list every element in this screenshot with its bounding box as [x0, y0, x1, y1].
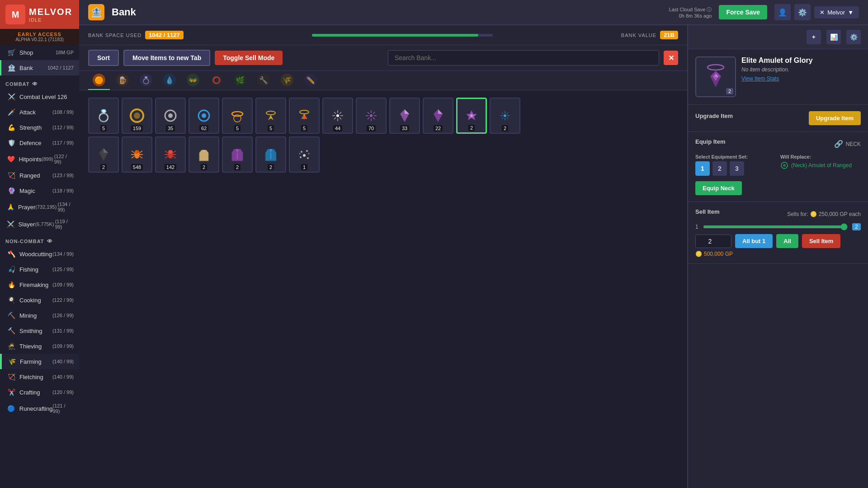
- sell-all-but-1-button[interactable]: All but 1: [735, 234, 773, 248]
- bank-tab-5[interactable]: ⭕: [206, 71, 227, 90]
- bank-item-halo1[interactable]: 5: [222, 98, 253, 134]
- topbar-user-icon-btn[interactable]: 👤: [774, 4, 791, 20]
- view-item-stats-link[interactable]: View Item Stats: [741, 75, 861, 82]
- bank-tab-0[interactable]: 🟠: [88, 71, 110, 90]
- move-items-button[interactable]: Move Items to new Tab: [123, 50, 210, 66]
- sidebar-item-fletching[interactable]: 🏹 Fletching (140 / 99): [0, 369, 79, 385]
- bank-tab-6[interactable]: 🌿: [229, 71, 251, 90]
- bank-tab-9[interactable]: ✏️: [300, 71, 321, 90]
- sidebar-item-hitpoints[interactable]: ❤️ Hitpoints (899) (122 / 99): [0, 150, 79, 168]
- sidebar-item-cooking[interactable]: 🍳 Cooking (122 / 99): [0, 292, 79, 308]
- fletching-label: Fletching: [19, 374, 52, 380]
- sidebar-item-crafting[interactable]: ✂️ Crafting (120 / 99): [0, 385, 79, 400]
- magic-label: Magic: [19, 188, 52, 194]
- upgrade-item-row: Upgrade Item Upgrade Item: [695, 111, 861, 125]
- gp-icon: 🪙: [810, 211, 817, 217]
- bank-item-ring3[interactable]: 35: [155, 98, 186, 134]
- bank-item-stardust[interactable]: 1: [289, 136, 320, 173]
- cloud-save-info: Last Cloud Save ⓘ 0h 8m 36s ago: [669, 6, 712, 19]
- panel-sparkle-icon-btn[interactable]: ✦: [807, 30, 821, 44]
- sell-quantity-input[interactable]: [695, 235, 731, 248]
- sidebar-item-attack[interactable]: 🗡️ Attack (108 / 99): [0, 104, 79, 120]
- bank-item-amulet3[interactable]: 2: [490, 98, 520, 134]
- svg-point-10: [300, 110, 309, 114]
- equip-grid: Select Equipment Set: 1 2 3 Will Replace…: [695, 154, 861, 176]
- topbar-actions: 👤 ⚙️ ✕ Melvor ▼: [774, 4, 859, 20]
- sidebar-item-prayer[interactable]: 🙏 Prayer (732,195) (134 / 99): [0, 198, 79, 216]
- sidebar-item-woodcutting[interactable]: 🪓 Woodcutting (134 / 99): [0, 246, 79, 262]
- search-clear-button[interactable]: ✕: [664, 51, 678, 65]
- sidebar-item-magic[interactable]: 🔮 Magic (118 / 99): [0, 183, 79, 198]
- bank-item-sparkle2[interactable]: 70: [356, 98, 387, 134]
- sidebar-item-runecrafting[interactable]: 🔵 Runecrafting (121 / 99): [0, 400, 79, 417]
- combat-visibility-icon[interactable]: 👁: [32, 81, 38, 87]
- sidebar-item-defence[interactable]: 🛡️ Defence (117 / 99): [0, 135, 79, 150]
- bank-item-darkgem[interactable]: 2: [88, 136, 119, 173]
- bank-item-gem2[interactable]: 22: [423, 98, 453, 134]
- bank-item-gem1[interactable]: 33: [389, 98, 420, 134]
- sidebar-item-ranged[interactable]: 🏹 Ranged (123 / 99): [0, 168, 79, 183]
- bank-item-ring4[interactable]: 62: [189, 98, 219, 134]
- sidebar-item-fishing[interactable]: 🎣 Fishing (125 / 99): [0, 262, 79, 277]
- equip-neck-button[interactable]: Equip Neck: [695, 181, 742, 195]
- defence-label: Defence: [19, 140, 52, 146]
- bank-item-robe1[interactable]: 2: [189, 136, 219, 173]
- sell-quantity-slider[interactable]: [703, 225, 848, 228]
- equip-set-1-button[interactable]: 1: [695, 161, 710, 176]
- search-bank-input[interactable]: [388, 50, 659, 66]
- user-menu-button[interactable]: ✕ Melvor ▼: [814, 6, 859, 19]
- bank-item-elite-amulet[interactable]: 2: [456, 98, 487, 134]
- shop-label: Shop: [19, 49, 56, 56]
- bank-tab-3[interactable]: 💧: [159, 71, 180, 90]
- sidebar-item-farming[interactable]: 🌾 Farming (140 / 99): [0, 354, 79, 369]
- bank-item-ring1[interactable]: 💍 5: [88, 98, 119, 134]
- upgrade-item-button[interactable]: Upgrade Item: [809, 111, 861, 125]
- panel-gear-icon-btn[interactable]: ⚙️: [846, 30, 861, 44]
- sidebar-item-shop[interactable]: 🛒 Shop 18M GP: [0, 45, 79, 60]
- bank-tab-7[interactable]: 🔧: [253, 71, 274, 90]
- bank-tab-4[interactable]: 👐: [182, 71, 204, 90]
- sell-item-button[interactable]: Sell Item: [802, 234, 840, 248]
- bank-item-amulet1[interactable]: 5: [255, 98, 286, 134]
- hitpoints-icon: ❤️: [7, 155, 15, 164]
- bank-tab-2[interactable]: 💍: [135, 71, 157, 90]
- bank-item-bug[interactable]: 548: [122, 136, 152, 173]
- equip-set-3-button[interactable]: 3: [730, 161, 744, 176]
- bank-tab-8[interactable]: 🌾: [276, 71, 298, 90]
- svg-line-46: [502, 117, 503, 119]
- force-save-button[interactable]: Force Save: [719, 5, 767, 19]
- bank-item-redbug[interactable]: 142: [155, 136, 186, 173]
- sidebar-item-combat-level[interactable]: ⚔️ Combat Level 126: [0, 89, 79, 104]
- sells-for-info: Sells for: 🪙 250,000 GP each: [787, 211, 861, 217]
- toggle-sell-mode-button[interactable]: Toggle Sell Mode: [215, 51, 283, 65]
- bank-item-sparkle1[interactable]: 44: [322, 98, 353, 134]
- bank-item-ring2[interactable]: 159: [122, 98, 152, 134]
- non-combat-visibility-icon[interactable]: 👁: [47, 238, 53, 244]
- bank-item-robe2[interactable]: 2: [222, 136, 253, 173]
- sidebar-item-bank[interactable]: 🏦 Bank 1042 / 1127: [0, 60, 79, 75]
- sidebar-item-mining[interactable]: ⛏️ Mining (126 / 99): [0, 308, 79, 323]
- equip-set-2-button[interactable]: 2: [712, 161, 727, 176]
- bank-item-robe3[interactable]: 2: [255, 136, 286, 173]
- sidebar-item-slayer[interactable]: ⚔️ Slayer (6,775K) (119 / 99): [0, 216, 79, 233]
- crafting-icon: ✂️: [7, 388, 16, 397]
- sidebar-item-thieving[interactable]: 🥷 Thieving (109 / 99): [0, 338, 79, 354]
- svg-line-54: [140, 151, 142, 153]
- sidebar-item-strength[interactable]: 💪 Strength (112 / 99): [0, 120, 79, 135]
- topbar-settings-icon-btn[interactable]: ⚙️: [794, 4, 811, 20]
- firemaking-label: Firemaking: [19, 282, 52, 288]
- sidebar-item-smithing[interactable]: 🔨 Smithing (131 / 99): [0, 323, 79, 338]
- ranged-icon: 🏹: [7, 171, 16, 180]
- sidebar-item-firemaking[interactable]: 🔥 Firemaking (109 / 99): [0, 277, 79, 292]
- svg-line-45: [507, 113, 508, 114]
- sort-button[interactable]: Sort: [88, 50, 119, 66]
- sell-all-button[interactable]: All: [776, 234, 798, 248]
- svg-point-38: [504, 114, 506, 117]
- bank-tab-1[interactable]: 🍺: [112, 71, 133, 90]
- item-count-darkgem: 2: [100, 164, 107, 170]
- bank-value-label: BANK VALUE: [621, 33, 656, 38]
- item-count-robe2: 2: [234, 164, 241, 170]
- bank-item-amulet2[interactable]: 5: [289, 98, 320, 134]
- panel-chart-icon-btn[interactable]: 📊: [826, 30, 841, 44]
- bank-tab-icon-2: 💍: [140, 74, 152, 86]
